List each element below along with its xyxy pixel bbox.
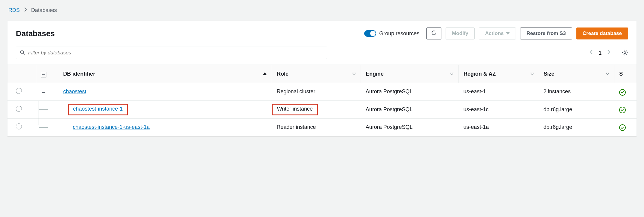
refresh-icon [431, 30, 437, 37]
tree-connector [39, 101, 48, 118]
gear-icon[interactable] [622, 49, 628, 57]
cell-engine: Aurora PostgreSQL [361, 118, 459, 136]
cell-role: Reader instance [272, 118, 361, 136]
table-row: chaostest Regional cluster Aurora Postgr… [7, 83, 637, 101]
sort-icon [606, 72, 609, 76]
cell-region: us-east-1 [459, 83, 539, 101]
filter-input[interactable] [28, 50, 323, 56]
breadcrumb-root-link[interactable]: RDS [8, 7, 20, 13]
tree-connector [39, 119, 48, 128]
sort-icon [352, 72, 356, 76]
svg-point-0 [20, 51, 24, 54]
collapse-icon[interactable] [41, 90, 46, 95]
cell-engine: Aurora PostgreSQL [361, 83, 459, 101]
col-size[interactable]: Size [539, 65, 614, 83]
databases-panel: Databases Group resources Modify Actions… [7, 21, 637, 136]
page-number: 1 [599, 50, 602, 56]
refresh-button[interactable] [426, 27, 441, 39]
row-radio[interactable] [16, 106, 22, 112]
page-next-button[interactable] [607, 49, 610, 57]
breadcrumb: RDS Databases [8, 7, 637, 13]
db-identifier-link[interactable]: chaostest-instance-1 [73, 106, 123, 112]
divider [616, 48, 616, 57]
col-size-label: Size [544, 71, 555, 77]
cell-size: db.r6g.large [539, 100, 614, 118]
databases-table: DB identifier Role Engine [7, 65, 637, 136]
col-engine[interactable]: Engine [361, 65, 459, 83]
col-db-identifier-label: DB identifier [63, 71, 95, 77]
group-resources-label: Group resources [379, 30, 419, 37]
actions-label: Actions [485, 30, 504, 36]
col-status-trunc[interactable]: S [614, 65, 637, 83]
cell-size: 2 instances [539, 83, 614, 101]
pagination: 1 [590, 48, 628, 57]
sort-asc-icon [263, 72, 267, 75]
caret-down-icon [506, 32, 510, 35]
col-region-az[interactable]: Region & AZ [459, 65, 539, 83]
row-radio[interactable] [16, 88, 22, 94]
col-select [7, 65, 36, 83]
highlight-box: Writer instance [272, 104, 318, 115]
db-identifier-link[interactable]: chaostest-instance-1-us-east-1a [73, 124, 150, 130]
restore-from-s3-button[interactable]: Restore from S3 [520, 27, 572, 39]
svg-point-2 [624, 51, 626, 53]
cell-engine: Aurora PostgreSQL [361, 100, 459, 118]
col-tree [36, 65, 58, 83]
group-resources-toggle-wrap: Group resources [364, 30, 419, 37]
cell-role: Regional cluster [272, 83, 361, 101]
filter-input-wrap [16, 47, 327, 59]
svg-line-1 [23, 53, 25, 55]
search-icon [20, 50, 25, 56]
cell-region: us-east-1a [459, 118, 539, 136]
cell-role: Writer instance [277, 106, 313, 112]
col-engine-label: Engine [366, 71, 384, 77]
collapse-all-icon[interactable] [41, 72, 46, 77]
highlight-box: chaostest-instance-1 [68, 104, 128, 115]
chevron-right-icon [24, 7, 27, 13]
col-region-az-label: Region & AZ [464, 71, 496, 77]
table-row: chaostest-instance-1-us-east-1a Reader i… [7, 118, 637, 136]
status-available-icon [619, 89, 626, 96]
create-database-button[interactable]: Create database [576, 27, 628, 39]
table-row: chaostest-instance-1 Writer instance Aur… [7, 100, 637, 118]
col-role[interactable]: Role [272, 65, 361, 83]
cell-size: db.r6g.large [539, 118, 614, 136]
panel-header: Databases Group resources Modify Actions… [7, 21, 637, 42]
breadcrumb-current: Databases [31, 7, 57, 13]
col-role-label: Role [277, 71, 288, 77]
status-available-icon [619, 107, 626, 113]
page-prev-button[interactable] [590, 49, 593, 57]
sort-icon [450, 72, 454, 76]
status-available-icon [619, 124, 626, 131]
db-identifier-link[interactable]: chaostest [63, 88, 86, 94]
page-title: Databases [16, 29, 55, 38]
col-status-label: S [619, 71, 623, 77]
row-radio[interactable] [16, 123, 22, 129]
modify-button[interactable]: Modify [446, 27, 475, 39]
table-header-row: DB identifier Role Engine [7, 65, 637, 83]
sort-icon [530, 72, 534, 76]
actions-button[interactable]: Actions [479, 27, 516, 39]
col-db-identifier[interactable]: DB identifier [58, 65, 272, 83]
cell-region: us-east-1c [459, 100, 539, 118]
group-resources-toggle[interactable] [364, 30, 376, 37]
table-body: chaostest Regional cluster Aurora Postgr… [7, 83, 637, 136]
filter-row: 1 [7, 42, 637, 65]
